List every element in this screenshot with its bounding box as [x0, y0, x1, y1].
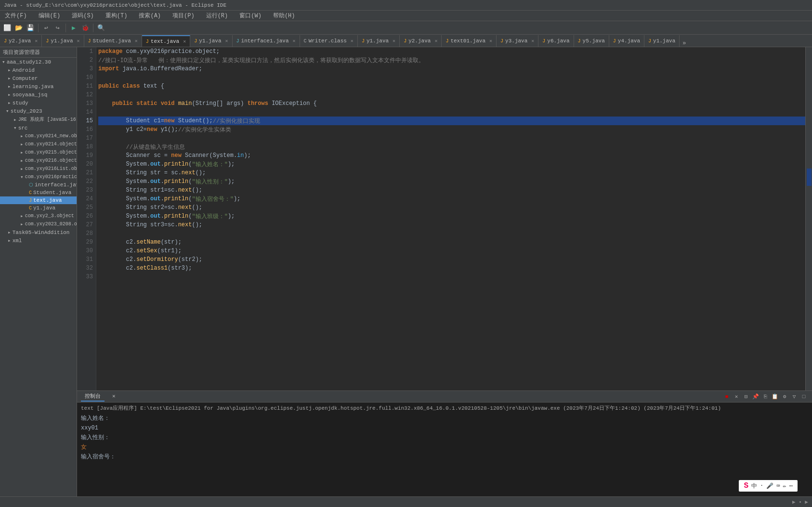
- menu-window[interactable]: 窗口(W): [236, 11, 264, 21]
- expand-icon-jre: ▸: [13, 117, 17, 123]
- tree-student[interactable]: C Student.java: [0, 189, 77, 196]
- tab-close-y1java-2[interactable]: ✕: [225, 38, 228, 44]
- expand-icon-study: ▸: [8, 100, 11, 106]
- title-bar: Java - study_E:\src\com\yxy0216practice\…: [0, 0, 812, 11]
- tab-y1java-1[interactable]: J y1.java ✕: [42, 35, 84, 47]
- tree-interface1[interactable]: ⬡ interface1.java: [0, 181, 77, 189]
- tab-y6java[interactable]: J y6.java: [538, 35, 574, 47]
- console-minimize-btn[interactable]: ▽: [790, 392, 799, 401]
- tab-close-textjava[interactable]: ✕: [183, 39, 186, 44]
- tab-close-y2java[interactable]: ✕: [35, 38, 38, 44]
- tab-icon-text01java: J: [445, 39, 448, 44]
- tab-y4java[interactable]: J y4.java: [609, 35, 644, 47]
- expand-icon-src: ▾: [13, 125, 17, 131]
- more-tabs-icon[interactable]: »: [680, 40, 689, 47]
- open-button[interactable]: 📂: [13, 23, 24, 33]
- ime-icon-s: S: [744, 481, 748, 490]
- tab-close-y2java-2[interactable]: ✕: [434, 38, 437, 44]
- undo-button[interactable]: ↩: [41, 23, 52, 33]
- console-settings-btn[interactable]: ⚙: [780, 392, 789, 401]
- tree-android[interactable]: ▸ Android: [0, 66, 77, 74]
- code-line-20: System.out.println("输入姓名：");: [98, 160, 805, 169]
- search-button[interactable]: 🔍: [96, 23, 106, 33]
- debug-button[interactable]: 🐞: [80, 23, 91, 33]
- tab-close-writerclass[interactable]: ✕: [351, 38, 354, 44]
- tree-pkg-0214[interactable]: ▸ com.yxy0214.object: [0, 140, 77, 148]
- tab-y1java-last[interactable]: J y1.java: [644, 35, 680, 47]
- tree-y1[interactable]: C y1.java: [0, 204, 77, 212]
- console-pin-btn[interactable]: 📌: [751, 392, 760, 401]
- tree-pkg-0214new[interactable]: ▸ com.yxy0214_new.obj: [0, 132, 77, 140]
- tab-interface1java[interactable]: J interface1.java ✕: [233, 35, 300, 47]
- tree-text[interactable]: J text.java: [0, 196, 77, 204]
- tab-close-text01java[interactable]: ✕: [489, 38, 492, 44]
- menu-search[interactable]: 搜索(A): [136, 11, 164, 21]
- tab-y2java-2[interactable]: J y2.java ✕: [400, 35, 442, 47]
- tab-close-interface1java[interactable]: ✕: [293, 38, 296, 44]
- console-tab-x[interactable]: ✕: [108, 392, 119, 401]
- tab-y3java[interactable]: J y3.java ✕: [497, 35, 538, 47]
- tab-close-studentjava[interactable]: ✕: [135, 38, 138, 44]
- tree-study[interactable]: ▸ study: [0, 99, 77, 107]
- tree-src[interactable]: ▾ src: [0, 124, 77, 132]
- tab-textjava[interactable]: J text.java ✕: [142, 35, 190, 47]
- menu-refactor[interactable]: 重构(T): [103, 11, 131, 21]
- tab-icon-y6java: J: [542, 39, 545, 44]
- console-tab-console[interactable]: 控制台: [81, 391, 105, 402]
- tab-label-y6java: y6.java: [547, 38, 569, 44]
- console-stop-btn[interactable]: ■: [722, 392, 731, 401]
- tree-computer[interactable]: ▸ Computer: [0, 74, 77, 82]
- console-copy-btn[interactable]: ⎘: [761, 392, 770, 401]
- console-header: 控制台 ✕ ■ ✕ ⊡ 📌 ⎘ 📋 ⚙ ▽ □: [77, 391, 812, 403]
- menu-source[interactable]: 源码(S): [69, 11, 97, 21]
- save-button[interactable]: 💾: [25, 23, 36, 33]
- line-numbers: 1 2 3 10 11 12 13 14 15 16 17 18 19 20 2…: [77, 47, 96, 390]
- menu-help[interactable]: 帮助(H): [270, 11, 298, 21]
- menu-project[interactable]: 项目(P): [170, 11, 197, 21]
- code-line-23: String str1=sc.next();: [98, 186, 805, 195]
- menu-edit[interactable]: 编辑(E): [36, 11, 64, 21]
- new-button[interactable]: ⬜: [2, 23, 13, 33]
- tab-y1java-2[interactable]: J y1.java ✕: [190, 35, 232, 47]
- tree-pkg-yxy23[interactable]: ▸ com.yxy2_3.object: [0, 212, 77, 220]
- menu-run[interactable]: 运行(R): [203, 11, 231, 21]
- tree-pkg-0216list[interactable]: ▸ com.yxy0216List.obj: [0, 165, 77, 173]
- console-clear-btn[interactable]: ✕: [732, 392, 741, 401]
- tab-writerclass[interactable]: C Writer.class ✕: [300, 35, 358, 47]
- redo-button[interactable]: ↪: [52, 23, 63, 33]
- expand-icon-pkg0214new: ▸: [20, 133, 24, 139]
- tab-close-y1java-3[interactable]: ✕: [393, 38, 395, 44]
- console-scroll-lock-btn[interactable]: ⊡: [742, 392, 750, 401]
- tree-learning[interactable]: ▸ learning.java: [0, 82, 77, 91]
- run-button[interactable]: ▶: [68, 23, 79, 33]
- tab-close-y3java[interactable]: ✕: [531, 38, 534, 44]
- linenum-30: 30: [77, 247, 96, 255]
- tree-task05[interactable]: ▸ Task05-WinAddition: [0, 228, 77, 236]
- tab-close-y1java-1[interactable]: ✕: [77, 38, 80, 44]
- tree-jre[interactable]: ▸ JRE 系统库 [JavaSE-16]: [0, 115, 77, 124]
- tab-label-interface1java: interface1.java: [241, 38, 289, 44]
- tab-studentjava[interactable]: J Student.java ✕: [84, 35, 142, 47]
- console-output-gender-val: 女: [81, 444, 87, 451]
- code-line-28: [98, 229, 805, 238]
- tree-xml[interactable]: ▸ xml: [0, 236, 77, 245]
- console-maximize-btn[interactable]: □: [799, 392, 808, 401]
- tab-y2java[interactable]: J y2.java ✕: [0, 35, 42, 47]
- file-icon-interface1: ⬡: [29, 182, 33, 188]
- tab-y1java-3[interactable]: J y1.java ✕: [358, 35, 400, 47]
- tree-pkg-yxy2023[interactable]: ▸ com.yxy2023_0208.obj: [0, 220, 77, 228]
- console-paste-btn[interactable]: 📋: [771, 392, 779, 401]
- console-label-gender: 输入性别：: [81, 433, 808, 442]
- tree-pkg-0215[interactable]: ▸ com.yxy0215.object: [0, 148, 77, 156]
- tree-aaa-study[interactable]: ▾ aaa_study12.30: [0, 58, 77, 66]
- tree-study2023[interactable]: ▾ study_2023: [0, 107, 77, 115]
- code-editor[interactable]: package com.yxy0216practice.object; //接口…: [96, 47, 805, 390]
- tree-pkg-0216[interactable]: ▸ com.yxy0216.object: [0, 156, 77, 165]
- tab-y5java[interactable]: J y5.java: [574, 35, 609, 47]
- tab-text01java[interactable]: J text01.java ✕: [442, 35, 497, 47]
- tree-pkg-practice[interactable]: ▾ com.yxy0216practice.c: [0, 173, 77, 181]
- code-line-30: c2.setSex(str1);: [98, 247, 805, 255]
- menu-file[interactable]: 文件(F): [2, 11, 30, 21]
- expand-icon-pkg0216: ▸: [20, 157, 24, 164]
- tree-sooyaaa[interactable]: ▸ sooyaaa_jsq: [0, 91, 77, 99]
